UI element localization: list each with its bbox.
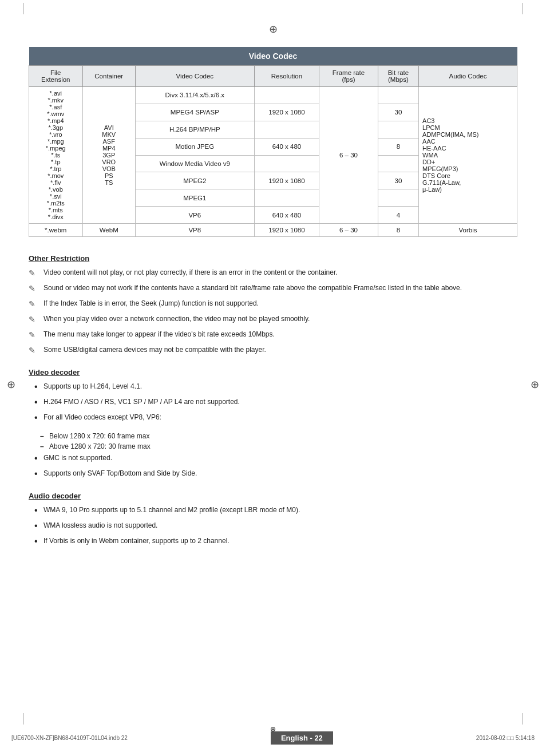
col-header-audio: Audio Codec (419, 66, 517, 87)
video-decoder-list: • Supports up to H.264, Level 4.1. • H.2… (34, 381, 517, 423)
note-text-6: Some USB/digital camera devices may not … (43, 345, 266, 355)
vd-sub-text-2: Above 1280 x 720: 30 frame max (49, 442, 151, 450)
vd-sub-text-1: Below 1280 x 720: 60 frame max (49, 432, 149, 440)
res-divx (254, 87, 319, 104)
col-header-resolution: Resolution (254, 66, 319, 87)
audio-webm: Vorbis (419, 224, 517, 237)
note-icon-2: ✎ (29, 283, 41, 295)
footer-date-label: 2012-08-02 □□ 5:14:18 (476, 735, 535, 741)
vd-bullet-3: • For all Video codecs except VP8, VP6: (34, 412, 517, 424)
ad-text-1: WMA 9, 10 Pro supports up to 5.1 channel… (43, 505, 300, 515)
vd-text-3: For all Video codecs except VP8, VP6: (43, 412, 161, 422)
bitrate-mpeg1 (378, 189, 418, 207)
note-item-3: ✎ If the Index Table is in error, the Se… (29, 298, 517, 310)
ad-bullet-icon-1: • (34, 505, 43, 517)
audio-cell-1: AC3 LPCM ADMPCM(IMA, MS) AAC HE-AAC WMA … (419, 87, 517, 224)
page: ⊕ ⊕ ⊕ Video Codec FileExtension Containe… (0, 0, 546, 756)
bitrate-mpeg2: 30 (378, 172, 418, 189)
video-codec-table: Video Codec FileExtension Container Vide… (29, 47, 517, 237)
bitrate-mjpeg: 8 (378, 138, 418, 155)
note-item-6: ✎ Some USB/digital camera devices may no… (29, 345, 517, 357)
res-mpeg4: 1920 x 1080 (254, 104, 319, 121)
container-cell: AVI MKV ASF MP4 3GP VRO VOB PS TS (82, 87, 135, 224)
bullet-icon-2: • (34, 397, 43, 409)
vd-text-2: H.264 FMO / ASO / RS, VC1 SP / MP / AP L… (43, 397, 240, 407)
audio-decoder-header: Audio decoder (29, 492, 517, 500)
res-mpeg2: 1920 x 1080 (254, 172, 319, 189)
col-header-codec: Video Codec (135, 66, 254, 87)
vd-bullet-5: • Supports only SVAF Top/Bottom and Side… (34, 468, 517, 480)
res-mpeg1 (254, 189, 319, 207)
note-icon-6: ✎ (29, 345, 41, 357)
note-item-2: ✎ Sound or video may not work if the con… (29, 283, 517, 295)
other-restriction-header: Other Restriction (29, 254, 517, 263)
vd-text-4: GMC is not supported. (43, 453, 112, 463)
table-row-webm: *.webm WebM VP8 1920 x 1080 6 – 30 8 Vor… (29, 224, 517, 237)
vd-text-5: Supports only SVAF Top/Bottom and Side b… (43, 468, 197, 478)
note-icon-3: ✎ (29, 298, 41, 310)
bullet-icon-4: • (34, 453, 43, 465)
res-mjpeg: 640 x 480 (254, 138, 319, 155)
res-wmv9 (254, 155, 319, 172)
bullet-icon-3: • (34, 412, 43, 424)
ad-bullet-1: • WMA 9, 10 Pro supports up to 5.1 chann… (34, 505, 517, 517)
audio-decoder-list: • WMA 9, 10 Pro supports up to 5.1 chann… (34, 505, 517, 547)
codec-divx: Divx 3.11/4.x/5.x/6.x (135, 87, 254, 104)
res-h264 (254, 121, 319, 138)
container-webm: WebM (82, 224, 135, 237)
bitrate-mpeg4: 30 (378, 104, 418, 121)
codec-vp6: VP6 (135, 207, 254, 224)
framerate-webm: 6 – 30 (319, 224, 378, 237)
res-vp6: 640 x 480 (254, 207, 319, 224)
page-number-box: English - 22 (271, 731, 333, 745)
vd-sub-1: – Below 1280 x 720: 60 frame max (40, 432, 517, 440)
ad-bullet-3: • If Vorbis is only in Webm container, s… (34, 536, 517, 548)
vd-bullet-2: • H.264 FMO / ASO / RS, VC1 SP / MP / AP… (34, 397, 517, 409)
codec-mpeg2: MPEG2 (135, 172, 254, 189)
ad-text-2: WMA lossless audio is not supported. (43, 520, 157, 531)
col-header-extension: FileExtension (29, 66, 83, 87)
sub-dash-1: – (40, 432, 49, 440)
ad-bullet-2: • WMA lossless audio is not supported. (34, 520, 517, 532)
corner-rule-bl (23, 713, 23, 725)
ad-bullet-icon-2: • (34, 520, 43, 532)
res-vp8: 1920 x 1080 (254, 224, 319, 237)
note-icon-5: ✎ (29, 329, 41, 341)
footer-file-label: [UE6700-XN-ZF]BN68-04109T-01L04.indb 22 (11, 735, 128, 741)
top-compass-symbol: ⊕ (29, 23, 517, 35)
codec-vp8: VP8 (135, 224, 254, 237)
note-text-5: The menu may take longer to appear if th… (43, 329, 275, 339)
corner-rule-tr (523, 3, 523, 14)
vd-sub-2: – Above 1280 x 720: 30 frame max (40, 442, 517, 450)
col-header-container: Container (82, 66, 135, 87)
codec-wmv9: Window Media Video v9 (135, 155, 254, 172)
codec-mpeg1: MPEG1 (135, 189, 254, 207)
vd-sub-list: – Below 1280 x 720: 60 frame max – Above… (40, 432, 517, 450)
bitrate-vp8: 8 (378, 224, 418, 237)
right-compass-symbol: ⊕ (531, 378, 539, 391)
bitrate-divx (378, 87, 418, 104)
video-decoder-list-2: • GMC is not supported. • Supports only … (34, 453, 517, 480)
vd-text-1: Supports up to H.264, Level 4.1. (43, 381, 142, 391)
note-item-1: ✎ Video content will not play, or not pl… (29, 267, 517, 279)
bottom-compass-symbol: ⊕ (270, 725, 276, 733)
vd-bullet-4: • GMC is not supported. (34, 453, 517, 465)
ad-text-3: If Vorbis is only in Webm container, sup… (43, 536, 230, 546)
col-header-framerate: Frame rate(fps) (319, 66, 378, 87)
bullet-icon-5: • (34, 468, 43, 480)
extensions-cell: *.avi *.mkv *.asf *.wmv *.mp4 *.3gp *.vr… (29, 87, 83, 224)
codec-mpeg4: MPEG4 SP/ASP (135, 104, 254, 121)
bitrate-h264 (378, 121, 418, 138)
note-text-2: Sound or video may not work if the conte… (43, 283, 462, 293)
bitrate-wmv9 (378, 155, 418, 172)
bitrate-vp6: 4 (378, 207, 418, 224)
left-compass-symbol: ⊕ (7, 378, 15, 391)
other-restriction-notes: ✎ Video content will not play, or not pl… (29, 267, 517, 357)
bullet-icon-1: • (34, 381, 43, 393)
corner-rule-br (523, 713, 523, 725)
corner-rule-tl (23, 3, 23, 14)
col-header-bitrate: Bit rate(Mbps) (378, 66, 418, 87)
ad-bullet-icon-3: • (34, 536, 43, 548)
codec-h264: H.264 BP/MP/HP (135, 121, 254, 138)
footer-center: English - 22 (271, 731, 333, 745)
